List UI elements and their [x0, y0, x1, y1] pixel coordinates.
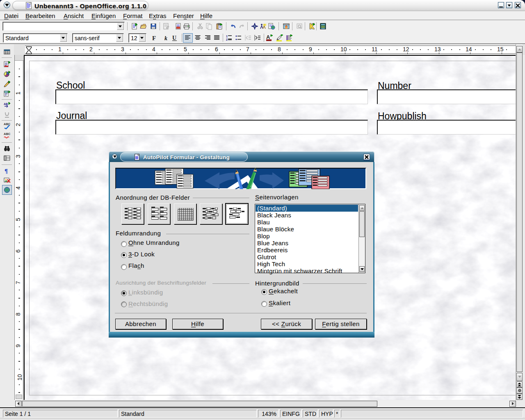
svg-text:¶: ¶: [5, 168, 8, 174]
svg-text:ABC: ABC: [4, 132, 11, 136]
svg-text:AB: AB: [4, 103, 8, 105]
svg-text:k: k: [164, 35, 167, 41]
svg-text:U: U: [172, 35, 176, 41]
svg-text:2: 2: [226, 38, 228, 41]
svg-text:1: 1: [226, 35, 228, 38]
svg-text:F: F: [152, 35, 156, 41]
svg-text:A: A: [266, 34, 270, 40]
